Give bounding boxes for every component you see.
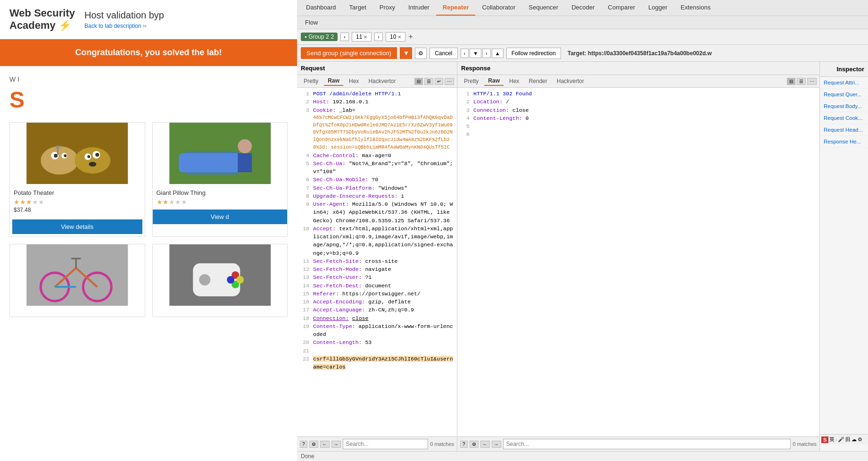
nav-tab-logger[interactable]: Logger: [642, 0, 674, 16]
svg-point-2: [74, 147, 110, 174]
req-tab-hackvertor[interactable]: Hackvertor: [364, 77, 399, 85]
req-search-next-btn[interactable]: →: [331, 441, 341, 448]
res-search-settings-btn[interactable]: ⚙: [470, 441, 479, 448]
inspector-section-4[interactable]: Request Head...: [820, 124, 868, 136]
req-line-19: 19 Content-Type: application/x-www-form-…: [297, 322, 457, 339]
add-tab-btn[interactable]: +: [408, 33, 413, 41]
target-keyword: Target:: [568, 50, 587, 57]
ime-dot: ·: [835, 437, 837, 443]
view-details-btn-2[interactable]: View d: [153, 210, 288, 224]
res-tab-hackvertor[interactable]: Hackvertor: [553, 77, 588, 85]
response-pane: Response Pretty Raw Hex Render Hackverto…: [457, 62, 820, 451]
product-stars-2: ★★★★★: [157, 198, 284, 206]
request-pane: Request Pretty Raw Hex Hackvertor ⊟ ☰ ↵ …: [297, 62, 457, 451]
res-search-help-btn[interactable]: ?: [460, 441, 468, 448]
nav-tab-target[interactable]: Target: [343, 0, 373, 16]
product-info-1: Potato Theater ★★★★★ $37.48: [10, 185, 145, 217]
req-tab-hex[interactable]: Hex: [345, 77, 363, 85]
inspector-section-5[interactable]: Response He...: [820, 136, 868, 148]
res-line-6: 6: [457, 130, 819, 138]
product-image-1: [10, 123, 145, 184]
group-label: Group 2: [308, 34, 329, 40]
svg-point-35: [236, 276, 244, 284]
req-line-22: 22 csrf=lllGbSyGVndr1dY3Az15CJhlI60cTluI…: [297, 355, 457, 371]
req-line-cookie: 46%7cMCwCFCW2jGKk7EggGyX5jo64bfPHB13fAhQ…: [297, 114, 457, 151]
nav-tab-dashboard[interactable]: Dashboard: [299, 0, 343, 16]
req-line-11: 11 Sec-Fetch-Site: cross-site: [297, 257, 457, 265]
group-tag: ▪ Group 2 2: [301, 33, 338, 41]
nav-forward-btn[interactable]: ›: [482, 49, 491, 58]
req-more-btn[interactable]: ⋯: [445, 78, 454, 85]
product-card-4: [152, 244, 288, 317]
burp-nav-tabs: Dashboard Target Proxy Intruder Repeater…: [297, 0, 719, 16]
wsa-back-link[interactable]: Back to lab description ››: [84, 23, 164, 29]
res-search-prev-btn[interactable]: ←: [480, 441, 490, 448]
tab-11-close[interactable]: ✕: [364, 34, 367, 40]
req-search-prev-btn[interactable]: ←: [320, 441, 330, 448]
wsa-back-anchor[interactable]: Back to lab description: [84, 23, 141, 29]
nav-up-btn[interactable]: ▲: [492, 49, 504, 58]
nav-tab-intruder[interactable]: Intruder: [402, 0, 436, 16]
wsa-page-title: Host validation byp: [84, 10, 164, 21]
tab-11[interactable]: 11 ✕: [352, 32, 372, 42]
svg-point-15: [89, 162, 96, 167]
nav-tab-collaborator[interactable]: Collaborator: [475, 0, 522, 16]
nav-tab-proxy[interactable]: Proxy: [373, 0, 402, 16]
res-more-btn[interactable]: ⋯: [807, 78, 817, 85]
req-tab-raw[interactable]: Raw: [324, 76, 343, 86]
nav-tab-repeater[interactable]: Repeater: [436, 0, 476, 16]
req-line-8: 8 Upgrade-Insecure-Requests: 1: [297, 192, 457, 200]
nav-buttons: ‹ ▼ › ▲: [461, 49, 504, 58]
response-search-input[interactable]: [503, 439, 791, 449]
group-next-btn[interactable]: ›: [374, 33, 383, 41]
nav-tab-comparer[interactable]: Comparer: [601, 0, 642, 16]
group-prev-btn[interactable]: ‹: [340, 33, 349, 41]
send-btn[interactable]: Send group (single connection): [301, 47, 397, 59]
nav-back-btn[interactable]: ‹: [461, 49, 469, 58]
req-view-wrap[interactable]: ↵: [435, 78, 443, 85]
res-tab-pretty[interactable]: Pretty: [460, 77, 482, 85]
req-search-help-btn[interactable]: ?: [300, 441, 307, 448]
res-tab-render[interactable]: Render: [525, 77, 551, 85]
flow-tab[interactable]: Flow: [299, 17, 323, 28]
req-view-list[interactable]: ☰: [424, 78, 433, 85]
tab-10-close[interactable]: ✕: [397, 34, 401, 40]
nav-tab-decoder[interactable]: Decoder: [565, 0, 601, 16]
send-dropdown-btn[interactable]: ▼: [400, 47, 412, 59]
inspector-section-2[interactable]: Request Body...: [820, 101, 868, 112]
svg-rect-0: [26, 123, 128, 184]
req-view-split[interactable]: ⊟: [414, 78, 423, 85]
wsa-big-letter: S: [9, 87, 288, 113]
res-tab-hex[interactable]: Hex: [505, 77, 523, 85]
req-tab-pretty[interactable]: Pretty: [300, 77, 322, 85]
ime-bar: S 英 · 🎤 田 ☁ ⚙: [820, 434, 868, 444]
res-search-next-btn[interactable]: →: [492, 441, 501, 448]
inspector-section-3[interactable]: Request Cook...: [820, 112, 868, 124]
ime-mic: 🎤: [838, 436, 844, 443]
request-search-input[interactable]: [343, 439, 429, 449]
res-tab-raw[interactable]: Raw: [484, 76, 504, 86]
view-details-btn-1[interactable]: View details: [12, 219, 142, 234]
inspector-section-0[interactable]: Request Attri...: [820, 77, 868, 89]
req-line-21: 21: [297, 347, 457, 355]
req-search-settings-btn[interactable]: ⚙: [309, 441, 318, 448]
response-header: Response: [457, 62, 819, 75]
nav-down-btn[interactable]: ▼: [470, 49, 481, 58]
inspector-section-1[interactable]: Request Quer...: [820, 89, 868, 101]
request-code-area[interactable]: 1 POST /admin/delete HTTP/1.1 2 Host: 19…: [297, 88, 457, 436]
res-view-list[interactable]: ☰: [797, 78, 806, 85]
send-settings-btn[interactable]: ⚙: [415, 48, 427, 59]
nav-tab-sequencer[interactable]: Sequencer: [522, 0, 565, 16]
follow-redirection-btn[interactable]: Follow redirection: [506, 48, 561, 59]
res-view-split[interactable]: ⊟: [787, 78, 795, 85]
cancel-btn[interactable]: Cancel: [430, 48, 457, 59]
wsa-background: Web SecurityAcademy ⚡ Host validation by…: [0, 0, 297, 461]
tab-10[interactable]: 10 ✕: [386, 32, 405, 42]
svg-point-1: [41, 146, 78, 175]
svg-rect-10: [60, 145, 60, 149]
nav-tab-extensions[interactable]: Extensions: [674, 0, 718, 16]
req-line-16: 16 Accept-Encoding: gzip, deflate: [297, 298, 457, 306]
svg-rect-18: [179, 153, 240, 172]
tab-11-label: 11: [356, 34, 362, 40]
req-line-13: 13 Sec-Fetch-User: ?1: [297, 273, 457, 281]
